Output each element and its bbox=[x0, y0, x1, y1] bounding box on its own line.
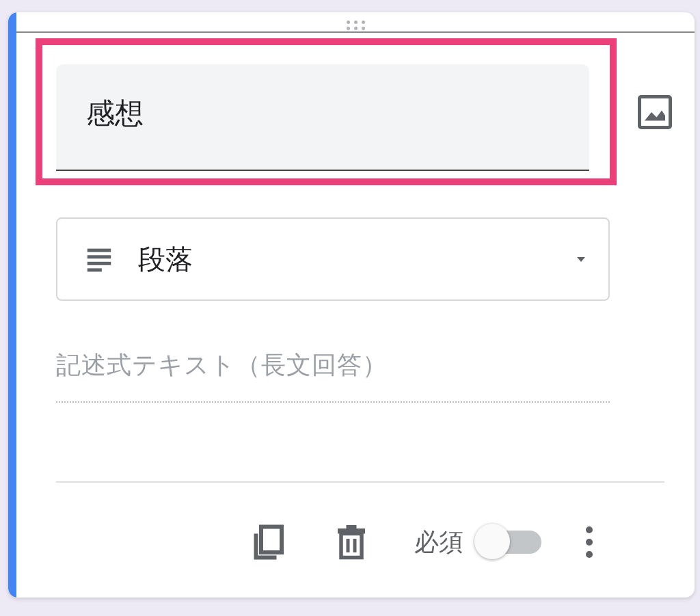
duplicate-button[interactable] bbox=[247, 522, 288, 563]
svg-rect-5 bbox=[88, 268, 102, 271]
svg-marker-6 bbox=[577, 257, 585, 262]
paragraph-icon bbox=[83, 243, 115, 275]
svg-rect-4 bbox=[88, 262, 111, 265]
copy-icon bbox=[247, 522, 288, 563]
answer-placeholder: 記述式テキスト（長文回答） bbox=[56, 349, 610, 403]
svg-rect-0 bbox=[640, 97, 671, 128]
required-label: 必須 bbox=[414, 526, 463, 559]
card-footer: 必須 bbox=[8, 505, 695, 580]
question-type-label: 段落 bbox=[138, 241, 573, 278]
question-card[interactable]: 段落 記述式テキスト（長文回答） bbox=[8, 12, 695, 598]
card-topbar bbox=[16, 12, 695, 33]
page-background: 段落 記述式テキスト（長文回答） bbox=[0, 0, 700, 616]
image-icon bbox=[634, 92, 675, 133]
trash-icon bbox=[331, 522, 372, 563]
svg-marker-1 bbox=[645, 111, 665, 121]
toggle-knob bbox=[474, 524, 510, 559]
question-title-field[interactable] bbox=[56, 64, 589, 171]
footer-divider bbox=[56, 481, 664, 483]
svg-rect-3 bbox=[88, 255, 111, 258]
question-type-selector[interactable]: 段落 bbox=[56, 217, 610, 301]
svg-rect-2 bbox=[88, 249, 111, 252]
drag-handle-icon[interactable] bbox=[344, 21, 367, 30]
svg-rect-10 bbox=[347, 525, 357, 528]
svg-rect-7 bbox=[261, 527, 282, 553]
svg-rect-9 bbox=[338, 528, 365, 534]
caret-down-icon bbox=[573, 251, 589, 267]
svg-rect-8 bbox=[341, 534, 362, 558]
add-image-button[interactable] bbox=[634, 92, 675, 133]
delete-button[interactable] bbox=[331, 522, 372, 563]
more-vert-icon bbox=[586, 526, 593, 533]
question-title-input[interactable] bbox=[56, 64, 589, 171]
required-toggle[interactable] bbox=[477, 531, 541, 554]
more-options-button[interactable] bbox=[573, 523, 606, 561]
